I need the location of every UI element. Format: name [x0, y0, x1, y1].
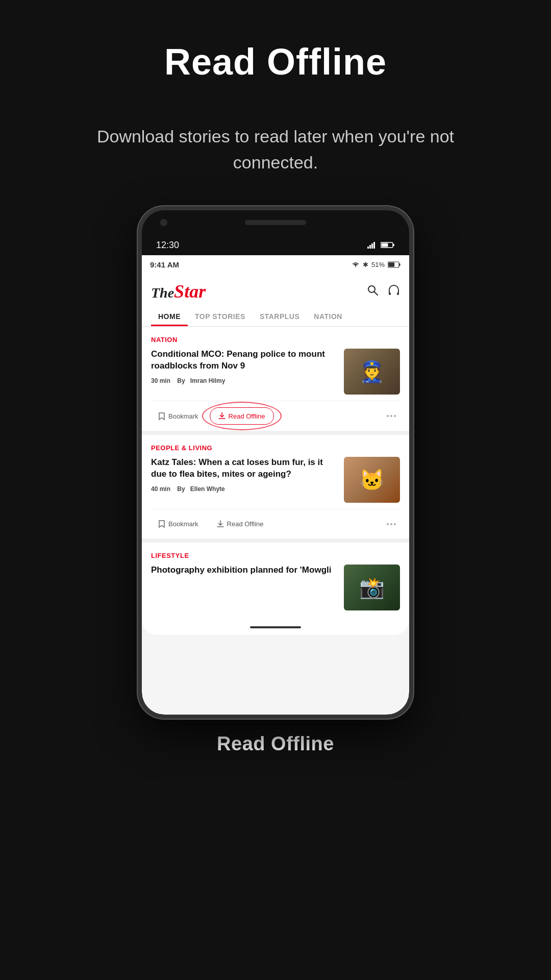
svg-point-7 — [355, 266, 356, 267]
dot — [394, 523, 396, 525]
download-icon — [217, 520, 224, 528]
app-logo: The Star — [151, 281, 206, 302]
feature-label-text: Read Offline — [217, 733, 334, 755]
article-image-cat — [344, 457, 400, 503]
status-icons: ✱ 51% — [352, 261, 401, 268]
article-author-prefix: By — [177, 377, 185, 384]
article-category: PEOPLE & LIVING — [151, 444, 400, 452]
page-subtitle: Download stories to read later when you'… — [0, 124, 551, 176]
more-options-button[interactable] — [383, 411, 400, 421]
article-card: NATION Conditional MCO: Penang police to… — [142, 327, 409, 435]
tab-starplus[interactable]: STARPLUS — [253, 308, 307, 326]
dot — [387, 523, 389, 525]
article-category: NATION — [151, 336, 400, 344]
svg-rect-5 — [393, 244, 394, 246]
article-meta: 40 min By Ellen Whyte — [151, 485, 337, 493]
svg-rect-9 — [399, 263, 400, 266]
battery-percent: 51% — [371, 261, 385, 268]
article-content: Katz Tales: When a cat loses bum fur, is… — [151, 457, 400, 503]
signal-icon — [367, 241, 377, 249]
bookmark-button[interactable]: Bookmark — [151, 516, 206, 532]
tab-top-stories[interactable]: TOP STORIES — [188, 308, 253, 326]
outer-status-bar: 12:30 — [142, 235, 409, 255]
article-author: Imran Hilmy — [190, 377, 226, 384]
svg-rect-14 — [397, 292, 399, 295]
article-actions: Bookmark Read Offline — [151, 509, 400, 538]
article-content: Photography exhibition planned for 'Mowg… — [151, 565, 400, 610]
article-author-prefix: By — [177, 485, 185, 493]
bookmark-label: Bookmark — [168, 520, 198, 528]
battery-icon — [381, 241, 395, 249]
phone-bottom — [142, 620, 409, 635]
headphones-icon[interactable] — [388, 284, 400, 299]
article-actions: Bookmark Read Offline — [151, 401, 400, 431]
article-title: Photography exhibition planned for 'Mowg… — [151, 565, 337, 576]
svg-rect-13 — [389, 292, 391, 295]
article-card: LIFESTYLE Photography exhibition planned… — [142, 543, 409, 620]
article-time: 30 min — [151, 377, 170, 384]
dot — [390, 523, 392, 525]
bookmark-icon — [158, 520, 165, 528]
inner-battery-icon — [388, 261, 401, 268]
bookmark-button[interactable]: Bookmark — [151, 408, 206, 425]
nav-tabs: HOME TOP STORIES STARPLUS NATION — [151, 308, 400, 326]
article-text: Katz Tales: When a cat loses bum fur, is… — [151, 457, 337, 500]
inner-time: 9:41 AM — [150, 260, 179, 269]
more-options-button[interactable] — [383, 519, 400, 529]
bookmark-icon — [158, 412, 165, 421]
dot — [387, 415, 389, 417]
article-category: LIFESTYLE — [151, 552, 400, 559]
svg-rect-1 — [369, 245, 371, 249]
read-offline-label: Read Offline — [229, 412, 265, 420]
article-meta: 30 min By Imran Hilmy — [151, 377, 337, 384]
app-header: The Star — [142, 274, 409, 327]
bluetooth-icon: ✱ — [363, 261, 368, 268]
article-image-photo — [344, 565, 400, 610]
svg-rect-0 — [367, 247, 369, 249]
svg-rect-10 — [388, 262, 394, 267]
outer-time: 12:30 — [156, 240, 179, 251]
tab-nation[interactable]: NATION — [307, 308, 349, 326]
app-screen: 9:41 AM ✱ 51% — [142, 255, 409, 715]
header-top: The Star — [151, 281, 400, 302]
article-title: Katz Tales: When a cat loses bum fur, is… — [151, 457, 337, 480]
download-icon — [218, 412, 226, 420]
inner-wifi-icon — [352, 261, 360, 267]
home-indicator — [250, 626, 301, 628]
read-offline-button[interactable]: Read Offline — [210, 516, 271, 532]
bookmark-label: Bookmark — [168, 412, 198, 420]
article-image-police — [344, 349, 400, 395]
tab-home[interactable]: HOME — [151, 308, 188, 326]
read-offline-label: Read Offline — [227, 520, 264, 528]
article-thumbnail — [344, 457, 400, 503]
phone-top-hardware — [142, 210, 409, 235]
svg-rect-6 — [382, 243, 388, 247]
header-icons — [366, 284, 400, 299]
phone-mockup: 12:30 9:41 AM — [133, 206, 418, 719]
phone-camera — [160, 219, 167, 226]
article-time: 40 min — [151, 485, 170, 493]
article-content: Conditional MCO: Penang police to mount … — [151, 349, 400, 395]
feature-label: Read Offline — [217, 733, 334, 755]
search-icon[interactable] — [366, 284, 379, 299]
dot — [394, 415, 396, 417]
articles-container: NATION Conditional MCO: Penang police to… — [142, 327, 409, 620]
article-thumbnail — [344, 349, 400, 395]
dot — [390, 415, 392, 417]
svg-rect-3 — [373, 242, 375, 249]
read-offline-button[interactable]: Read Offline — [210, 407, 274, 425]
phone-outer: 12:30 9:41 AM — [138, 206, 413, 719]
svg-rect-2 — [371, 243, 373, 249]
article-author: Ellen Whyte — [190, 485, 225, 493]
inner-status-bar: 9:41 AM ✱ 51% — [142, 255, 409, 274]
logo-star: Star — [174, 281, 206, 302]
article-card: PEOPLE & LIVING Katz Tales: When a cat l… — [142, 435, 409, 543]
phone-speaker — [245, 220, 306, 225]
page-title: Read Offline — [164, 41, 387, 83]
article-title: Conditional MCO: Penang police to mount … — [151, 349, 337, 372]
svg-line-12 — [374, 292, 378, 296]
article-text: Photography exhibition planned for 'Mowg… — [151, 565, 337, 581]
article-thumbnail — [344, 565, 400, 610]
article-text: Conditional MCO: Penang police to mount … — [151, 349, 337, 391]
logo-the: The — [151, 285, 174, 301]
